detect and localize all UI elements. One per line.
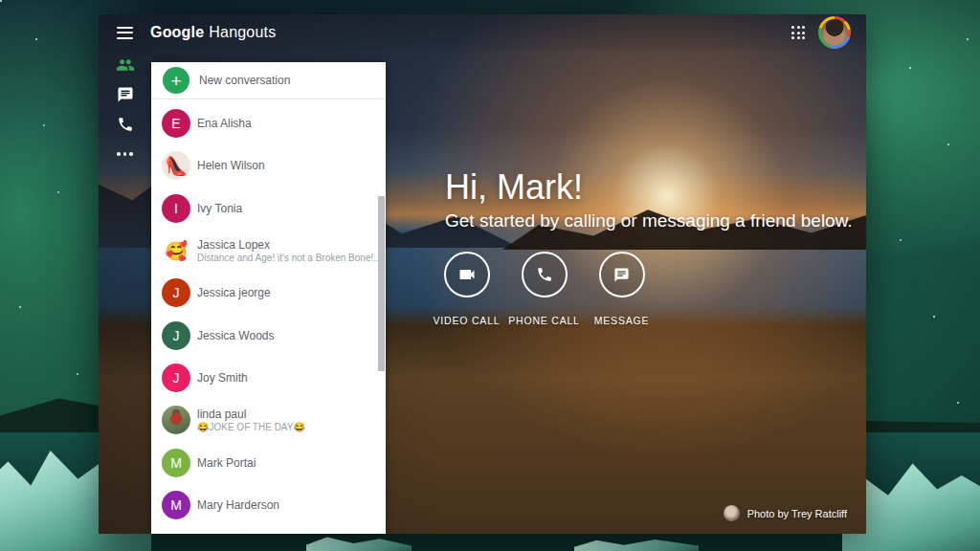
contact-name: Helen Wilson (197, 159, 265, 172)
video-call-circle (444, 252, 490, 298)
message-circle (599, 252, 645, 298)
contact-avatar (162, 406, 190, 434)
contacts-tab[interactable] (99, 51, 151, 79)
phone-call-circle (522, 252, 568, 298)
contact-avatar: 🥰 (162, 236, 190, 265)
message-label: MESSAGE (594, 315, 650, 326)
contact-name: Mark Portai (197, 456, 256, 470)
contact-name: Jassica Lopex (197, 238, 379, 252)
contact-avatar: M (162, 491, 190, 519)
list-item[interactable]: EEna Alisha (151, 102, 386, 144)
conversations-tab[interactable] (99, 80, 151, 109)
account-avatar[interactable] (818, 16, 851, 49)
contact-name: Ivy Tonia (197, 202, 242, 215)
message-button[interactable]: MESSAGE (583, 252, 660, 326)
contact-name: linda paul (197, 408, 305, 421)
list-item[interactable]: JJoy Smith (151, 357, 386, 399)
photo-credit-text: Photo by Trey Ratcliff (747, 508, 847, 519)
more-icon (117, 152, 133, 156)
contact-avatar: E (162, 109, 190, 138)
conversation-list: EEna Alisha👠Helen WilsonIIvy Tonia🥰Jassi… (151, 102, 386, 526)
quick-actions: VIDEO CALL PHONE CALL MESSAGE (428, 252, 660, 326)
video-call-button[interactable]: VIDEO CALL (428, 252, 505, 326)
greeting-heading: Hi, Mark! (445, 167, 583, 208)
phone-call-button[interactable]: PHONE CALL (505, 252, 583, 326)
message-preview: Distance and Age! it's not a Broken Bone… (197, 253, 379, 263)
new-conversation-label: New conversation (199, 74, 290, 87)
menu-icon[interactable] (117, 27, 133, 39)
top-bar: Google Hangouts (99, 14, 866, 51)
contact-name: Jessica Woods (197, 329, 274, 342)
contact-avatar: 👠 (162, 151, 190, 180)
list-item[interactable]: linda paul😂JOKE OF THE DAY😂 (151, 399, 386, 441)
contact-name: Ena Alisha (197, 117, 252, 130)
contact-avatar: I (162, 194, 190, 223)
scrollbar-thumb[interactable] (378, 196, 385, 371)
videocam-icon (457, 265, 477, 284)
photo-credit: Photo by Trey Ratcliff (724, 505, 847, 521)
more-options-button[interactable] (99, 140, 151, 168)
video-call-label: VIDEO CALL (434, 315, 501, 326)
main-area: Hi, Mark! Get started by calling or mess… (386, 14, 866, 534)
navigation-rail (99, 51, 151, 534)
greeting-subtitle: Get started by calling or messaging a fr… (445, 210, 853, 231)
stars (0, 0, 2, 2)
list-item[interactable]: 🥰Jassica LopexDistance and Age! it's not… (151, 230, 386, 272)
list-item[interactable]: JJessica jeorge (151, 272, 386, 314)
list-item[interactable]: MMary Harderson (151, 484, 386, 526)
list-item[interactable]: JJessica Woods (151, 314, 386, 356)
calls-tab[interactable] (99, 110, 151, 139)
plus-icon: + (163, 67, 189, 94)
message-preview: 😂JOKE OF THE DAY😂 (197, 422, 305, 432)
contact-name: Mary Harderson (197, 498, 279, 512)
brand-hangouts: Hangouts (209, 24, 276, 41)
hangouts-window: Google Hangouts (99, 14, 866, 534)
people-icon (116, 55, 135, 75)
conversation-panel: + New conversation EEna Alisha👠Helen Wil… (151, 62, 386, 534)
phone-icon (117, 116, 134, 133)
chat-icon (117, 86, 134, 103)
photographer-avatar (724, 505, 740, 521)
phone-icon (536, 266, 553, 283)
avatar-photo (821, 19, 848, 46)
contact-name: Joy Smith (197, 371, 248, 385)
message-icon (613, 267, 630, 283)
google-apps-icon[interactable] (791, 26, 805, 39)
phone-call-label: PHONE CALL (508, 315, 580, 326)
contact-avatar: J (162, 364, 190, 392)
list-item[interactable]: MMark Portai (151, 441, 386, 483)
brand-google: Google (150, 24, 204, 41)
contact-avatar: M (162, 449, 190, 477)
new-conversation-button[interactable]: + New conversation (151, 62, 386, 99)
contact-avatar: J (162, 321, 190, 350)
contact-avatar: J (162, 278, 190, 307)
list-item[interactable]: 👠Helen Wilson (151, 144, 386, 187)
list-item[interactable]: IIvy Tonia (151, 187, 386, 230)
app-logo[interactable]: Google Hangouts (150, 24, 276, 41)
contact-name: Jessica jeorge (197, 286, 271, 299)
